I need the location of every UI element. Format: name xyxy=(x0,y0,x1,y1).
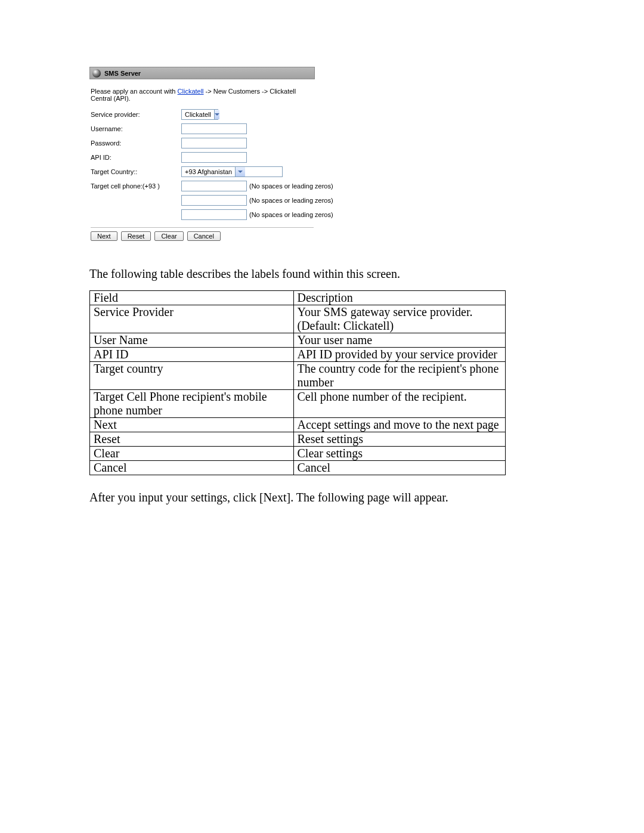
panel-title: SMS Server xyxy=(104,70,141,77)
table-row: Target Cell Phone recipient's mobile pho… xyxy=(90,390,506,418)
intro-text: The following table describes the labels… xyxy=(89,267,555,281)
table-row: Cancel Cancel xyxy=(90,461,506,475)
outro-text: After you input your settings, click [Ne… xyxy=(89,491,555,504)
button-bar: Next Reset Clear Cancel xyxy=(91,227,314,241)
clear-button[interactable]: Clear xyxy=(154,231,183,241)
description-cell: Cancel xyxy=(293,461,506,475)
description-cell: Reset settings xyxy=(293,432,506,447)
target-cell-phone-input-1[interactable] xyxy=(181,181,247,191)
label-target-cell-phone: Target cell phone:(+93 ) xyxy=(91,182,181,190)
target-cell-phone-input-2[interactable] xyxy=(181,195,247,206)
field-description-table: Field Description Service Provider Your … xyxy=(89,290,506,475)
service-provider-value: Clickatell xyxy=(182,111,214,118)
description-cell: Accept settings and move to the next pag… xyxy=(293,418,506,432)
description-cell: Your SMS gateway service provider. (Defa… xyxy=(293,305,506,333)
chevron-down-icon xyxy=(235,167,245,176)
table-header-description: Description xyxy=(293,291,506,305)
label-password: Password: xyxy=(91,140,181,147)
description-cell: The country code for the recipient's pho… xyxy=(293,362,506,390)
phone-hint-2: (No spaces or leading zeros) xyxy=(249,197,333,204)
chevron-down-icon xyxy=(214,110,219,119)
reset-button[interactable]: Reset xyxy=(121,231,151,241)
field-cell: Service Provider xyxy=(90,305,294,333)
next-button[interactable]: Next xyxy=(91,231,117,241)
password-input[interactable] xyxy=(181,138,247,148)
field-cell: Target Cell Phone recipient's mobile pho… xyxy=(90,390,294,418)
description-cell: Your user name xyxy=(293,333,506,348)
field-cell: Reset xyxy=(90,432,294,447)
phone-hint-1: (No spaces or leading zeros) xyxy=(249,182,333,190)
target-cell-phone-input-3[interactable] xyxy=(181,209,247,220)
description-cell: Cell phone number of the recipient. xyxy=(293,390,506,418)
target-country-select[interactable]: +93 Afghanistan xyxy=(181,166,283,177)
label-username: Username: xyxy=(91,125,181,132)
clickatell-link[interactable]: Clickatell xyxy=(178,88,204,95)
field-cell: Target country xyxy=(90,362,294,390)
label-target-country: Target Country:: xyxy=(91,168,181,175)
description-cell: Clear settings xyxy=(293,447,506,461)
field-cell: Clear xyxy=(90,447,294,461)
label-service-provider: Service provider: xyxy=(91,111,181,118)
phone-hint-3: (No spaces or leading zeros) xyxy=(249,211,333,218)
panel-header: SMS Server xyxy=(89,67,315,79)
cancel-button[interactable]: Cancel xyxy=(187,231,221,241)
field-cell: Cancel xyxy=(90,461,294,475)
table-row: User Name Your user name xyxy=(90,333,506,348)
target-country-value: +93 Afghanistan xyxy=(182,168,235,175)
table-row: Next Accept settings and move to the nex… xyxy=(90,418,506,432)
table-row: API ID API ID provided by your service p… xyxy=(90,348,506,362)
sms-server-panel: SMS Server Please apply an account with … xyxy=(89,67,315,241)
api-id-input[interactable] xyxy=(181,152,247,163)
table-row: Service Provider Your SMS gateway servic… xyxy=(90,305,506,333)
table-row: Reset Reset settings xyxy=(90,432,506,447)
apply-instructions: Please apply an account with Clickatell … xyxy=(91,84,314,108)
field-cell: Next xyxy=(90,418,294,432)
table-row: Clear Clear settings xyxy=(90,447,506,461)
sphere-icon xyxy=(92,69,101,78)
service-provider-select[interactable]: Clickatell xyxy=(181,109,218,120)
label-api-id: API ID: xyxy=(91,154,181,161)
apply-prefix: Please apply an account with xyxy=(91,88,178,95)
table-header-field: Field xyxy=(90,291,294,305)
username-input[interactable] xyxy=(181,123,247,134)
field-cell: User Name xyxy=(90,333,294,348)
table-row: Target country The country code for the … xyxy=(90,362,506,390)
description-cell: API ID provided by your service provider xyxy=(293,348,506,362)
field-cell: API ID xyxy=(90,348,294,362)
